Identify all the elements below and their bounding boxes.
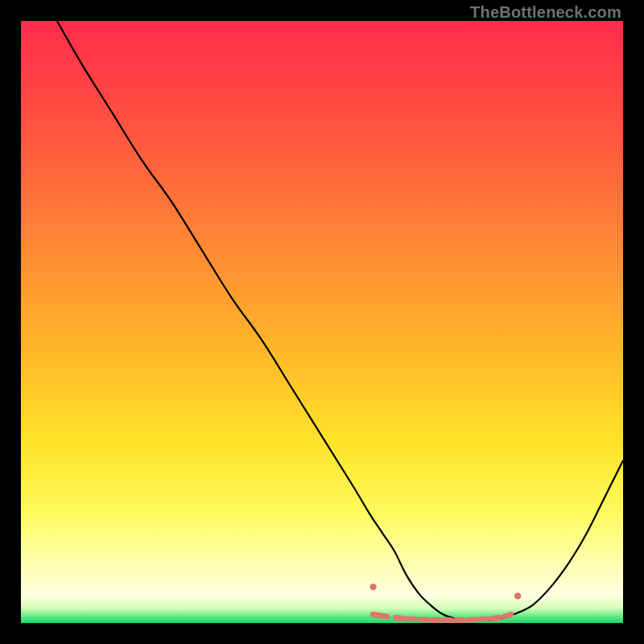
dash-dot	[514, 592, 521, 599]
curve-layer	[21, 21, 623, 623]
chart-container: TheBottleneck.com	[0, 0, 644, 644]
dash-segment	[373, 614, 386, 617]
plot-area	[21, 21, 623, 623]
dash-segment	[396, 617, 403, 618]
dash-segment	[504, 614, 511, 617]
bottleneck-curve	[57, 21, 623, 620]
dash-segment	[492, 617, 499, 618]
watermark-label: TheBottleneck.com	[470, 3, 621, 22]
dash-dot	[369, 584, 376, 590]
